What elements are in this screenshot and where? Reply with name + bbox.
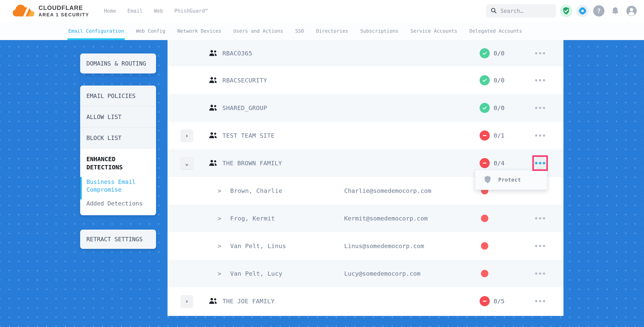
tab-users-and-actions[interactable]: Users and Actions	[233, 22, 283, 40]
chevron-icon: ⌄	[185, 160, 188, 167]
table-row: > RBACSECURITY 0/0	[168, 66, 564, 94]
top-header: CLOUDFLARE AREA 1 SECURITY Home Email We…	[0, 0, 644, 22]
row-name: RBACO365	[222, 50, 252, 57]
table-row: > Van Pelt, Lucy Lucy@somedemocorp.com	[168, 260, 564, 287]
status-badge	[480, 130, 490, 141]
row-menu-button[interactable]	[534, 295, 546, 308]
protection-count: 0/0	[494, 50, 504, 57]
group-icon	[209, 49, 218, 57]
tab-web-config[interactable]: Web Config	[136, 22, 166, 40]
account-avatar-icon[interactable]	[625, 5, 638, 17]
tab-delegated-accounts[interactable]: Delegated Accounts	[469, 22, 522, 40]
tab-network-devices[interactable]: Network Devices	[178, 22, 222, 40]
cloudflare-logo[interactable]: CLOUDFLARE AREA 1 SECURITY	[12, 3, 89, 18]
row-name: SHARED_GROUP	[222, 104, 267, 111]
member-email: Charlie@somedemocorp.com	[344, 187, 431, 194]
member-email: Linus@somedemocorp.com	[344, 242, 424, 249]
sidebar-item-business-email-compromise[interactable]: Business Email Compromise	[86, 178, 151, 194]
shield-icon	[484, 175, 492, 185]
protection-count: 0/1	[494, 132, 504, 139]
member-chevron-icon: >	[218, 215, 221, 222]
protection-count: 0/4	[494, 160, 504, 167]
row-menu-button[interactable]	[534, 74, 546, 87]
row-name: THE BROWN FAMILY	[222, 160, 282, 167]
enhanced-detections-section: ENHANCED DETECTIONS Business Email Compr…	[80, 149, 156, 215]
group-icon	[209, 132, 218, 139]
nav-home[interactable]: Home	[104, 8, 116, 14]
table-row: > Van Pelt, Linus Linus@somedemocorp.com	[168, 232, 564, 260]
group-icon	[209, 159, 218, 167]
table-row: > RBACO365 0/0	[168, 40, 564, 66]
tab-subscriptions[interactable]: Subscriptions	[360, 22, 398, 40]
nav-email[interactable]: Email	[128, 8, 142, 14]
row-menu-button[interactable]	[534, 101, 546, 114]
table-row: › > THE JOE FAMILY 0/5	[168, 287, 564, 315]
protection-count: 0/0	[494, 104, 504, 111]
table-row: > SHARED_GROUP 0/0	[168, 94, 564, 122]
status-badge	[480, 296, 490, 306]
row-menu-button[interactable]	[534, 240, 546, 252]
nav-web[interactable]: Web	[154, 8, 163, 14]
expand-toggle-button[interactable]: ›	[181, 129, 193, 142]
member-email: Kermit@somedemocorp.com	[344, 215, 428, 222]
shield-check-status-icon[interactable]	[560, 5, 572, 17]
row-menu-button[interactable]	[534, 129, 546, 142]
settings-sidebar: DOMAINS & ROUTING EMAIL POLICIES ALLOW L…	[80, 53, 156, 249]
row-menu-button[interactable]	[534, 267, 546, 280]
tab-directories[interactable]: Directories	[316, 22, 348, 40]
logo-title: CLOUDFLARE	[38, 5, 89, 11]
protect-menu-item[interactable]: Protect	[498, 177, 521, 183]
row-menu-button[interactable]	[534, 47, 546, 60]
search-input[interactable]	[500, 8, 552, 14]
notifications-bell-icon[interactable]	[609, 5, 622, 17]
search-icon	[490, 7, 497, 14]
header-icon-row: ?	[560, 0, 638, 22]
tab-sso[interactable]: SSO	[295, 22, 304, 40]
status-badge	[480, 213, 490, 223]
tab-email-configuration[interactable]: Email Configuration	[68, 22, 124, 40]
status-badge	[480, 75, 490, 85]
expand-toggle-button[interactable]: ›	[181, 295, 193, 307]
email-policies-card: EMAIL POLICIES ALLOW LIST BLOCK LIST ENH…	[80, 85, 156, 215]
settings-gear-icon[interactable]	[576, 5, 589, 17]
config-tab-bar: Email Configuration Web Config Network D…	[0, 22, 644, 40]
sidebar-item-allow-list[interactable]: ALLOW LIST	[80, 106, 156, 128]
member-chevron-icon: >	[218, 270, 221, 277]
tab-service-accounts[interactable]: Service Accounts	[410, 22, 458, 40]
table-row: > Frog, Kermit Kermit@somedemocorp.com	[168, 205, 564, 232]
group-table: > RBACO365 0/0 > RBACSECURITY	[168, 40, 564, 316]
table-row: › > TEST TEAM SITE 0/1	[168, 122, 564, 149]
row-name: TEST TEAM SITE	[222, 132, 274, 139]
member-email: Lucy@somedemocorp.com	[344, 270, 420, 277]
protection-count: 0/5	[494, 298, 504, 305]
chevron-icon: ›	[185, 298, 188, 305]
status-badge	[480, 241, 490, 251]
row-name: THE JOE FAMILY	[222, 298, 274, 305]
sidebar-item-added-detections[interactable]: Added Detections	[86, 200, 151, 208]
sidebar-item-enhanced-detections[interactable]: ENHANCED DETECTIONS	[86, 155, 151, 171]
cloudflare-cloud-icon	[12, 3, 36, 18]
search-box[interactable]	[486, 4, 556, 18]
row-menu-button[interactable]	[534, 212, 546, 225]
sidebar-item-domains-routing[interactable]: DOMAINS & ROUTING	[80, 53, 156, 73]
status-badge	[480, 158, 490, 168]
row-name: Brown, Charlie	[230, 187, 282, 194]
sidebar-item-retract-settings[interactable]: RETRACT SETTINGS	[80, 230, 156, 249]
expand-toggle-button[interactable]: ⌄	[181, 157, 193, 169]
sidebar-item-block-list[interactable]: BLOCK LIST	[80, 128, 156, 149]
help-icon[interactable]: ?	[593, 5, 605, 17]
row-menu-button[interactable]	[534, 157, 546, 170]
row-name: Van Pelt, Lucy	[230, 270, 282, 277]
row-name: Frog, Kermit	[230, 215, 275, 222]
status-badge	[480, 269, 490, 279]
primary-nav: Home Email Web PhishGuard™	[104, 8, 208, 14]
sidebar-item-email-policies[interactable]: EMAIL POLICIES	[80, 85, 156, 106]
group-icon	[209, 104, 218, 112]
member-chevron-icon: >	[218, 243, 221, 249]
active-indicator-bar	[80, 177, 82, 199]
protection-count: 0/0	[494, 77, 504, 84]
status-badge	[480, 48, 490, 58]
row-name: Van Pelt, Linus	[230, 242, 286, 249]
nav-phishguard[interactable]: PhishGuard™	[174, 8, 208, 14]
member-chevron-icon: >	[218, 187, 221, 194]
